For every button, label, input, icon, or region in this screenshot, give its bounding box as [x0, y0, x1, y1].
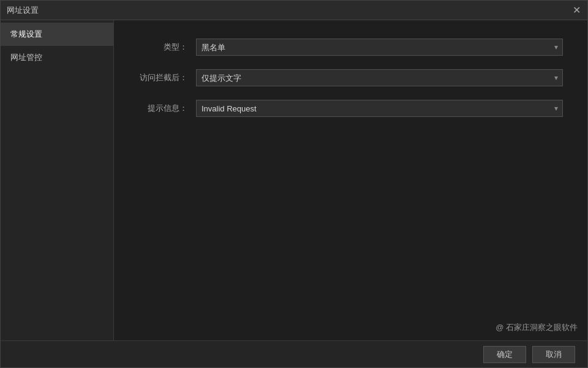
window-title: 网址设置	[7, 5, 39, 16]
hint-message-row: 提示信息： Invalid Request Access Denied	[138, 100, 563, 117]
title-controls: ✕	[571, 6, 581, 15]
sidebar-item-general-label: 常规设置	[10, 29, 42, 40]
cancel-button[interactable]: 取消	[532, 346, 575, 363]
content-area: 常规设置 网址管控 类型： 黑名单 白名单 访问拦截后：	[1, 20, 587, 340]
hint-message-select-wrapper: Invalid Request Access Denied	[196, 100, 563, 117]
sidebar-item-general[interactable]: 常规设置	[1, 23, 113, 46]
type-select-wrapper: 黑名单 白名单	[196, 39, 563, 56]
hint-message-select[interactable]: Invalid Request Access Denied	[196, 100, 563, 117]
type-label: 类型：	[138, 42, 187, 53]
confirm-button[interactable]: 确定	[483, 346, 526, 363]
sidebar-item-url-control[interactable]: 网址管控	[1, 46, 113, 69]
type-row: 类型： 黑名单 白名单	[138, 39, 563, 56]
watermark: @ 石家庄洞察之眼软件	[496, 322, 578, 333]
watermark-text: @ 石家庄洞察之眼软件	[496, 323, 578, 332]
block-action-select-wrapper: 仅提示文字 重定向	[196, 69, 563, 86]
block-action-select[interactable]: 仅提示文字 重定向	[196, 69, 563, 86]
block-action-label: 访问拦截后：	[138, 72, 187, 83]
type-select[interactable]: 黑名单 白名单	[196, 39, 563, 56]
footer-bar: 确定 取消	[1, 340, 587, 367]
sidebar: 常规设置 网址管控	[1, 20, 114, 340]
close-button[interactable]: ✕	[571, 6, 581, 15]
main-window: 网址设置 ✕ 常规设置 网址管控 类型： 黑名单 白名单	[0, 0, 588, 368]
main-panel: 类型： 黑名单 白名单 访问拦截后： 仅提示文字 重定向	[114, 20, 587, 340]
sidebar-item-url-control-label: 网址管控	[10, 52, 42, 63]
hint-message-label: 提示信息：	[138, 103, 187, 114]
title-bar: 网址设置 ✕	[1, 1, 587, 20]
block-action-row: 访问拦截后： 仅提示文字 重定向	[138, 69, 563, 86]
